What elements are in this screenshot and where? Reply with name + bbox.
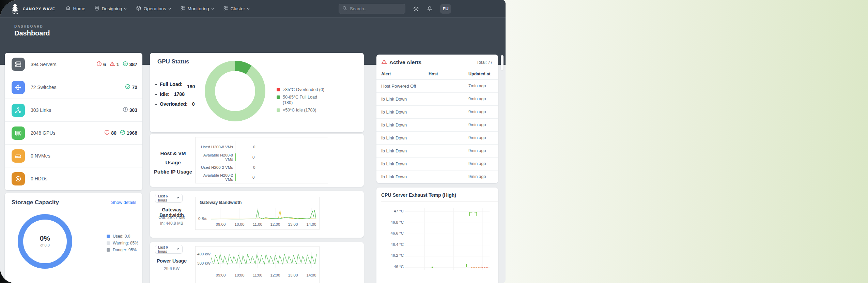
inventory-row-nvmes[interactable]: 0 NVMes [5, 144, 142, 167]
gpu-stat-idle: Idle:1788 [155, 91, 195, 97]
cpu-chart-title: CPU Server Exhaust Temp (High) [381, 192, 456, 198]
panel-list-icon [180, 5, 186, 12]
table-row[interactable]: Ib Link Down9min ago [376, 170, 498, 183]
host-vm-usage-card: Host & VM Usage Public IP Usage Used H20… [150, 134, 364, 187]
gpu-stat-full-load: Full Load:180 [155, 81, 195, 87]
gpu-icon [12, 126, 25, 140]
nav-item-designing[interactable]: Designing [94, 5, 127, 12]
alert-updated-at: 9min ago [468, 135, 486, 140]
inventory-row-links[interactable]: 303 Links ? 303 [5, 99, 142, 121]
hdd-disc-icon [12, 172, 25, 185]
gateway-in-value: In: 440.8 MB [150, 221, 193, 226]
legend-item-full-load[interactable]: 50-85°C Full Load (180) [277, 94, 327, 105]
power-usage-value: 29.6 KW [150, 266, 193, 272]
power-usage-chart: 400 kW 300 kW 09:00 10:00 11:00 12:00 13… [195, 246, 320, 283]
storage-capacity-card: Storage Capacity Show details 0% of 0.0 … [5, 193, 142, 283]
page-title: Dashboard [14, 29, 50, 37]
alert-updated-at: 9min ago [468, 96, 486, 101]
search-icon [342, 6, 347, 12]
chevron-down-icon [124, 7, 127, 11]
chevron-down-icon [168, 7, 171, 11]
nav-item-home[interactable]: Home [65, 5, 85, 12]
ok-badge: 1968 [120, 130, 137, 136]
brand[interactable]: CANOPY WAVE [10, 3, 55, 15]
show-details-link[interactable]: Show details [111, 200, 136, 205]
alert-name: Ib Link Down [381, 161, 407, 166]
table-row[interactable]: Ib Link Down9min ago [376, 158, 498, 170]
available-tick [235, 153, 236, 161]
gpu-legend: >85°C Overloaded (0) 50-85°C Full Load (… [277, 87, 327, 113]
search-input[interactable]: Search... [339, 4, 405, 14]
check-circle-icon [120, 130, 125, 136]
page-scrollbar-thumb[interactable] [501, 55, 503, 70]
table-row[interactable]: Ib Link Down9min ago [376, 106, 498, 119]
settings-gear-icon[interactable] [413, 6, 419, 12]
gpu-donut-chart [203, 59, 267, 123]
table-row[interactable]: Ib Link Down9min ago [376, 132, 498, 145]
gpu-stats-list: Full Load:180 Idle:1788 Overloaded:0 [155, 81, 195, 107]
check-circle-icon [123, 61, 128, 68]
gpu-status-card: GPU Status Full Load:180 Idle:1788 Overl… [150, 53, 364, 132]
table-row[interactable]: Ib Link Down9min ago [376, 145, 498, 158]
inventory-row-servers[interactable]: 394 Servers 6 1 387 [5, 53, 142, 76]
public-ip-usage-title: Public IP Usage [153, 167, 193, 176]
alert-name: Host Powered Off [381, 84, 416, 89]
unknown-badge: ? 303 [123, 107, 137, 114]
storage-legend: Used: 0.0 Warning: 85% Danger: 95% [107, 234, 138, 252]
alert-updated-at: 9min ago [468, 174, 486, 179]
table-row[interactable]: Ib Link Down9min ago [376, 93, 498, 106]
cube-icon [136, 5, 141, 12]
legend-item-idle[interactable]: <50°C Idle (1788) [277, 107, 327, 113]
alert-name: Ib Link Down [381, 96, 407, 102]
error-badge: 80 [104, 130, 117, 136]
power-usage-card: Last 6 hours Power Usage 29.6 KW 400 kW … [150, 242, 364, 283]
host-vm-usage-title: Host & VM Usage [153, 149, 193, 167]
nav-item-monitoring[interactable]: Monitoring [180, 5, 214, 12]
alert-name: Ib Link Down [381, 122, 407, 128]
gateway-out-value: Out: 297.7 MB [150, 215, 193, 221]
inventory-card: 394 Servers 6 1 387 [5, 53, 142, 190]
canopy-wave-logo-icon [10, 3, 20, 15]
app-window: CANOPY WAVE Home Designing Operations Mo… [0, 0, 506, 283]
chevron-down-icon [176, 247, 180, 251]
breadcrumb: DASHBOARD [14, 25, 43, 28]
cpu-temp-chart: 47 °C 46.8 °C 46.6 °C 46.4 °C 46.2 °C 46… [381, 201, 498, 283]
question-circle-icon: ? [123, 107, 128, 114]
active-alerts-card: Active Alerts Total: 77 Alert Host Updat… [376, 55, 498, 183]
host-vm-bar-chart: Used H200-8 VMs0 Available H200-8 VMs0 U… [195, 137, 328, 183]
inventory-row-switches[interactable]: 72 Switches 72 [5, 76, 142, 99]
legend-item: Used: 0.0 [107, 234, 138, 239]
storage-subtext: of 0.0 [17, 243, 73, 247]
chevron-down-icon [247, 7, 250, 11]
switch-icon [12, 81, 25, 94]
alerts-table-header: Alert Host Updated at [376, 70, 498, 80]
circle-exclamation-icon [104, 130, 110, 136]
inventory-row-hdds[interactable]: 0 HDDs [5, 167, 142, 190]
alert-updated-at: 9min ago [468, 109, 486, 114]
alert-triangle-icon [381, 59, 387, 66]
server-icon [12, 58, 25, 71]
gateway-bandwidth-card: Last 6 hours Gateway Bandwidth Out: 297.… [150, 191, 364, 238]
inventory-row-gpus[interactable]: 2048 GPUs 80 1968 [5, 121, 142, 144]
chevron-down-icon [211, 7, 214, 11]
user-avatar[interactable]: FU [440, 4, 451, 14]
notifications-bell-icon[interactable] [427, 6, 433, 12]
time-range-select[interactable]: Last 6 hours [155, 194, 183, 203]
nav-item-cluster[interactable]: Cluster [223, 5, 250, 12]
error-badge: 6 [96, 61, 106, 68]
time-range-select[interactable]: Last 6 hours [155, 245, 183, 254]
search-placeholder: Search... [350, 6, 368, 11]
alert-name: Ib Link Down [381, 174, 407, 179]
nav-item-operations[interactable]: Operations [136, 5, 171, 12]
brand-name: CANOPY WAVE [23, 7, 55, 11]
warning-badge: 1 [109, 61, 119, 68]
home-icon [65, 5, 71, 12]
circle-exclamation-icon [96, 61, 102, 68]
alert-name: Ib Link Down [381, 135, 407, 140]
legend-item-overloaded[interactable]: >85°C Overloaded (0) [277, 87, 327, 92]
storage-card-title: Storage Capacity [12, 199, 59, 206]
table-row[interactable]: Ib Link Down9min ago [376, 119, 498, 132]
table-row[interactable]: Host Powered Off7min ago [376, 80, 498, 93]
main-menu: Home Designing Operations Monitoring Clu… [65, 5, 250, 12]
alert-updated-at: 7min ago [468, 84, 486, 88]
